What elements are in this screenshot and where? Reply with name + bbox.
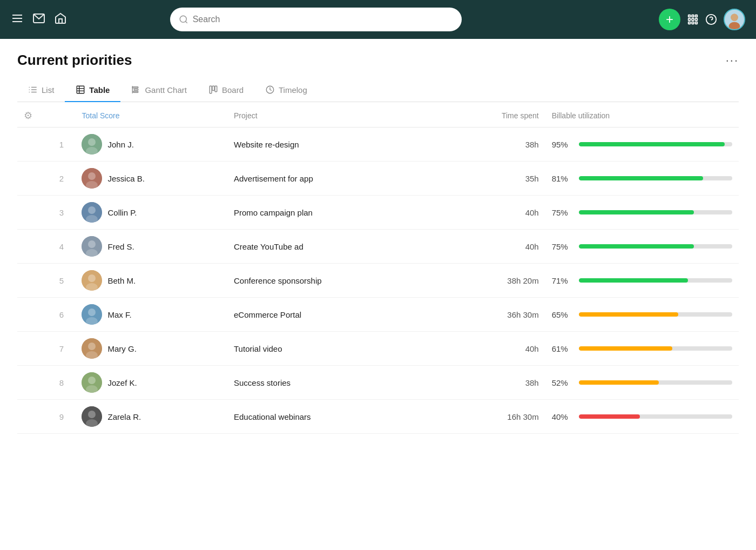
person-name: Collin P. [107, 208, 137, 217]
util-progress-fill [579, 244, 694, 249]
tab-timelog[interactable]: Timelog [254, 79, 318, 102]
person-name: Mary G. [107, 344, 136, 353]
svg-point-40 [88, 138, 96, 146]
nav-right-actions: + [659, 9, 745, 30]
table-settings-icon[interactable]: ⚙ [24, 110, 32, 121]
row-time: 40h [435, 196, 545, 230]
table-row: 6 Max F. eCommerce Portal 36h 30m 65% [17, 298, 739, 332]
person-avatar [82, 372, 102, 393]
row-project[interactable]: Success stories [227, 366, 435, 400]
svg-rect-13 [692, 22, 694, 24]
tab-gantt[interactable]: Gantt Chart [120, 79, 198, 102]
tab-timelog-label: Timelog [279, 85, 307, 95]
row-person[interactable]: Mary G. [75, 332, 227, 366]
row-utilization: 52% [545, 366, 739, 400]
row-person[interactable]: Jozef K. [75, 366, 227, 400]
row-person[interactable]: Fred S. [75, 230, 227, 264]
svg-point-58 [88, 343, 96, 350]
svg-rect-36 [212, 86, 214, 90]
util-column-header[interactable]: Billable utilization [545, 102, 739, 128]
svg-line-5 [185, 21, 187, 23]
user-avatar[interactable] [724, 9, 745, 30]
grid-icon[interactable] [687, 14, 699, 25]
row-person[interactable]: Max F. [75, 298, 227, 332]
help-icon[interactable] [705, 14, 717, 25]
svg-point-52 [88, 274, 96, 282]
svg-rect-7 [692, 15, 694, 17]
row-person[interactable]: Beth M. [75, 264, 227, 298]
row-settings [17, 264, 48, 298]
svg-point-64 [88, 411, 96, 418]
svg-point-61 [88, 377, 96, 384]
search-bar[interactable] [170, 8, 462, 31]
util-percent: 75% [552, 208, 573, 217]
row-settings [17, 400, 48, 434]
rank-column-header [48, 102, 75, 128]
util-progress-bar [579, 142, 732, 146]
settings-column-header[interactable]: ⚙ [17, 102, 48, 128]
person-name: Fred S. [107, 242, 134, 251]
row-time: 40h [435, 230, 545, 264]
table-row: 5 Beth M. Conference sponsorship 38h 20m… [17, 264, 739, 298]
page-header: Current priorities ··· [17, 52, 739, 69]
row-project[interactable]: Create YouTube ad [227, 230, 435, 264]
row-rank: 3 [48, 196, 75, 230]
svg-point-49 [88, 240, 96, 248]
home-icon[interactable] [54, 12, 67, 28]
add-button[interactable]: + [659, 9, 680, 30]
table-row: 9 Zarela R. Educational webinars 16h 30m… [17, 400, 739, 434]
project-column-header[interactable]: Project [227, 102, 435, 128]
search-input[interactable] [193, 15, 453, 24]
row-rank: 1 [48, 128, 75, 162]
row-time: 16h 30m [435, 400, 545, 434]
util-progress-bar [579, 312, 732, 317]
util-percent: 81% [552, 174, 573, 183]
tab-table[interactable]: Table [65, 79, 120, 102]
util-percent: 95% [552, 140, 573, 149]
row-utilization: 75% [545, 196, 739, 230]
util-progress-fill [579, 414, 640, 419]
util-progress-fill [579, 278, 688, 283]
row-person[interactable]: Collin P. [75, 196, 227, 230]
row-project[interactable]: Promo campaign plan [227, 196, 435, 230]
row-project[interactable]: Conference sponsorship [227, 264, 435, 298]
more-options-button[interactable]: ··· [726, 53, 739, 68]
row-time: 36h 30m [435, 298, 545, 332]
tab-board[interactable]: Board [198, 79, 254, 102]
row-person[interactable]: John J. [75, 128, 227, 162]
person-name: John J. [107, 140, 133, 149]
util-percent: 75% [552, 242, 573, 251]
util-percent: 65% [552, 310, 573, 319]
row-utilization: 71% [545, 264, 739, 298]
row-project[interactable]: eCommerce Portal [227, 298, 435, 332]
menu-icon[interactable] [11, 12, 24, 28]
row-project[interactable]: Website re-design [227, 128, 435, 162]
row-project[interactable]: Tutorial video [227, 332, 435, 366]
svg-point-46 [88, 206, 96, 214]
person-avatar [82, 236, 102, 257]
row-project[interactable]: Advertisement for app [227, 162, 435, 196]
svg-rect-27 [77, 86, 85, 93]
row-person[interactable]: Zarela R. [75, 400, 227, 434]
row-project[interactable]: Educational webinars [227, 400, 435, 434]
util-progress-fill [579, 346, 672, 351]
svg-point-4 [180, 16, 186, 22]
row-utilization: 75% [545, 230, 739, 264]
row-settings [17, 196, 48, 230]
row-rank: 4 [48, 230, 75, 264]
person-name: Beth M. [107, 276, 136, 285]
svg-rect-37 [215, 86, 217, 92]
row-time: 40h [435, 332, 545, 366]
person-avatar [82, 202, 102, 223]
util-progress-bar [579, 380, 732, 385]
time-column-header[interactable]: Time spent [435, 102, 545, 128]
tab-list[interactable]: List [17, 79, 65, 102]
svg-rect-31 [133, 87, 139, 88]
score-column-header[interactable]: Total Score [75, 102, 227, 128]
mail-icon[interactable] [32, 12, 45, 28]
row-settings [17, 162, 48, 196]
svg-point-43 [88, 172, 96, 180]
row-person[interactable]: Jessica B. [75, 162, 227, 196]
svg-rect-10 [692, 18, 694, 21]
main-content: Current priorities ··· List Table Gantt … [0, 39, 756, 550]
